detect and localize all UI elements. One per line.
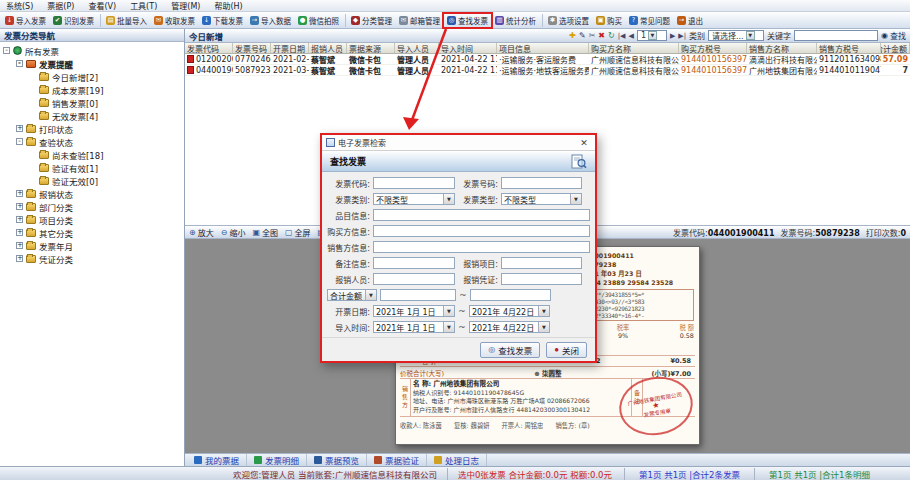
amount-field-select[interactable]: 合计金额 ▼ <box>327 289 377 301</box>
expand-toggle-icon[interactable]: + <box>16 190 23 197</box>
column-header[interactable]: 导入时间 <box>439 43 497 53</box>
expand-toggle-icon[interactable]: + <box>16 255 23 262</box>
chevron-down-icon[interactable]: ▼ <box>443 306 454 316</box>
tab-invoice-verify[interactable]: 票据验证 <box>367 454 427 466</box>
full-screen-button[interactable]: ▢ 全屏 <box>285 227 311 238</box>
expand-toggle-icon[interactable]: + <box>16 229 23 236</box>
edit-record-icon[interactable]: ✎ <box>579 31 586 41</box>
search-invoice-button[interactable]: ◎ 查找发票 <box>480 342 540 358</box>
column-header[interactable]: 开票日期 <box>271 43 309 53</box>
amount-from-input[interactable] <box>380 289 456 301</box>
tree-item[interactable]: - 查验状态 <box>0 135 184 148</box>
amount-to-input[interactable] <box>470 289 551 301</box>
tree-item[interactable]: + 其它分类 <box>0 226 184 239</box>
chevron-down-icon[interactable]: ▼ <box>443 322 454 332</box>
expand-toggle-icon[interactable]: + <box>16 242 23 249</box>
menu-item[interactable]: 帮助(H) <box>214 0 242 11</box>
dialog-title-bar[interactable]: 电子发票检索 ✕ <box>322 135 595 151</box>
tree-item[interactable]: 销售发票[0] <box>0 96 184 109</box>
options-button[interactable]: ✱ 选项设置 <box>542 14 592 27</box>
prev-page-button[interactable]: ◀ <box>628 32 633 40</box>
column-header[interactable]: 销售方名称 <box>747 43 817 53</box>
column-header[interactable]: 销售方税号 <box>817 43 881 53</box>
reimburse-project-input[interactable] <box>501 257 582 269</box>
expand-toggle-icon[interactable]: - <box>16 60 23 67</box>
column-header[interactable]: 发票代码 <box>185 43 233 53</box>
refresh-icon[interactable]: ↻ <box>608 31 615 41</box>
faq-button[interactable]: ? 常见问题 <box>626 14 673 27</box>
column-header[interactable]: 导入人员 <box>395 43 439 53</box>
receive-invoice-button[interactable]: ✉ 收取发票 <box>151 14 198 27</box>
tree-item[interactable]: - 所有发票 <box>0 44 184 57</box>
tree-item[interactable]: + 发票年月 <box>0 239 184 252</box>
column-header[interactable]: 购买方税号 <box>679 43 747 53</box>
menu-item[interactable]: 工具(T) <box>130 0 157 11</box>
category-manage-button[interactable]: ◆ 分类管理 <box>345 14 395 27</box>
import-time-from-picker[interactable]: 2021年 1月 1日 ▼ <box>373 321 455 333</box>
add-record-icon[interactable]: ✚ <box>569 31 576 41</box>
buyer-info-input[interactable] <box>373 225 590 237</box>
expand-toggle-icon[interactable]: + <box>16 203 23 210</box>
tree-item[interactable]: 无效发票[4] <box>0 109 184 122</box>
first-page-button[interactable]: |◀ <box>618 32 626 40</box>
zoom-in-button[interactable]: ⊕ 放大 <box>189 227 214 238</box>
batch-import-button[interactable]: ▤ 批量导入 <box>100 14 150 27</box>
seller-info-input[interactable] <box>373 241 590 253</box>
reimburse-voucher-input[interactable] <box>501 273 582 285</box>
column-header[interactable]: 购买方名称 <box>589 43 679 53</box>
close-button[interactable]: ● 关闭 <box>546 342 587 358</box>
find-invoice-button[interactable]: ◎ 查找发票 <box>444 14 491 27</box>
column-header[interactable]: 票据来源 <box>347 43 395 53</box>
issue-date-to-picker[interactable]: 2021年 4月22日 ▼ <box>469 305 550 317</box>
last-page-button[interactable]: ▶| <box>678 32 686 40</box>
menu-item[interactable]: 查看(V) <box>88 0 116 11</box>
tree-item[interactable]: 今日新增[2] <box>0 70 184 83</box>
tree-item[interactable]: + 部门分类 <box>0 200 184 213</box>
tab-my-invoices[interactable]: 我的票据 <box>187 454 247 466</box>
tree-item[interactable]: + 报销状态 <box>0 187 184 200</box>
tree-item[interactable]: 尚未查验[18] <box>0 148 184 161</box>
recognize-invoice-button[interactable]: ✔ 识别发票 <box>50 14 97 27</box>
menu-item[interactable]: 管理(M) <box>171 0 200 11</box>
download-invoice-button[interactable]: ↓ 下载发票 <box>199 14 246 27</box>
expand-toggle-icon[interactable]: - <box>16 138 23 145</box>
fit-image-button[interactable]: ▣ 全图 <box>252 227 278 238</box>
exit-button[interactable]: → 退出 <box>674 14 706 27</box>
expand-toggle-icon[interactable]: + <box>16 216 23 223</box>
chevron-down-icon[interactable]: ▼ <box>365 290 376 300</box>
statistics-button[interactable]: ▥ 统计分析 <box>492 14 539 27</box>
buy-button[interactable]: ▣ 购买 <box>593 14 625 27</box>
category-select[interactable]: 请选择... ▼ <box>708 30 764 41</box>
page-select[interactable]: 1 ▼ <box>637 30 667 41</box>
column-header[interactable]: 项目信息 <box>497 43 589 53</box>
invoice-type-select[interactable]: 不限类型 ▼ <box>501 193 582 205</box>
attach-icon[interactable]: ✂ <box>589 31 596 41</box>
chevron-down-icon[interactable]: ▼ <box>443 194 454 204</box>
chevron-down-icon[interactable]: ▼ <box>538 322 549 332</box>
tree-item[interactable]: + 项目分类 <box>0 213 184 226</box>
tree-item[interactable]: 验证无效[0] <box>0 174 184 187</box>
import-data-button[interactable]: → 导入数据 <box>247 14 294 27</box>
tab-process-log[interactable]: 处理日志 <box>427 454 487 466</box>
remark-input[interactable] <box>373 257 455 269</box>
invoice-category-select[interactable]: 不限类型 ▼ <box>373 193 455 205</box>
wechat-photo-button[interactable]: ● 微信拍照 <box>295 14 342 27</box>
chevron-down-icon[interactable]: ▼ <box>570 194 581 204</box>
import-time-to-picker[interactable]: 2021年 4月22日 ▼ <box>469 321 550 333</box>
close-icon[interactable]: ✕ <box>577 138 591 148</box>
column-header[interactable]: 发票号码 <box>233 43 271 53</box>
reimburse-person-input[interactable] <box>373 273 455 285</box>
column-header[interactable]: 合计金额 <box>881 43 910 53</box>
invoice-no-input[interactable] <box>501 177 582 189</box>
issue-date-from-picker[interactable]: 2021年 1月 1日 ▼ <box>373 305 455 317</box>
expand-toggle-icon[interactable]: + <box>16 125 23 132</box>
tree-item[interactable]: + 打印状态 <box>0 122 184 135</box>
column-header[interactable]: 报销人员 <box>309 43 347 53</box>
import-invoice-button[interactable]: ↓ 导入发票 <box>2 14 49 27</box>
chevron-down-icon[interactable]: ▼ <box>746 31 755 40</box>
next-page-button[interactable]: ▶ <box>670 32 675 40</box>
chevron-down-icon[interactable]: ▼ <box>648 31 657 40</box>
table-row[interactable]: 012002000411077024602021-02-22蔡智斌微信卡包管理人… <box>185 54 910 65</box>
delete-record-icon[interactable]: ✖ <box>598 31 605 41</box>
tree-item[interactable]: + 凭证分类 <box>0 252 184 265</box>
